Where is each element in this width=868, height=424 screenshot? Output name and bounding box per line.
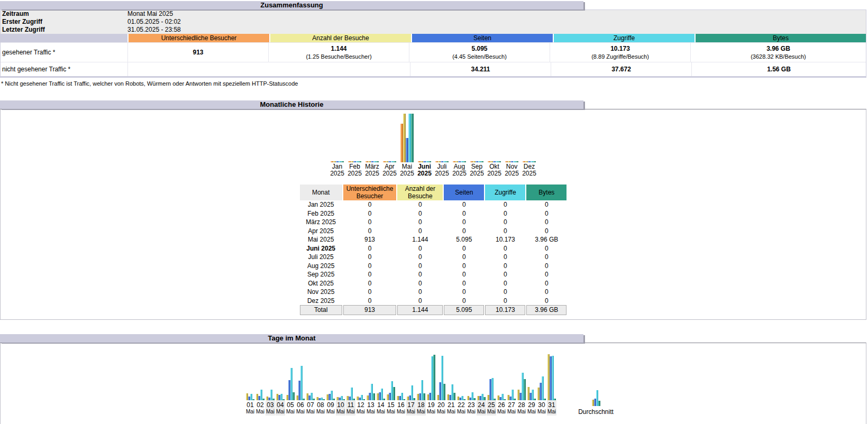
unseen-value-bytes: 1.56 GB (691, 62, 866, 76)
monthly-total-label: Total (300, 305, 342, 315)
seen-value-pages: 5.095(4.45 Seiten/Besuch) (409, 43, 550, 62)
monthly-row-value: 10.173 (485, 235, 525, 244)
day-month-label: Mai (456, 409, 466, 416)
day-month-label: Mai (386, 409, 396, 416)
day-number-label: 12 (357, 401, 364, 409)
day-number-label: 05 (286, 401, 294, 409)
monthly-row-value: 0 (485, 227, 525, 236)
day-slot: 18Mai (416, 352, 426, 416)
day-label-cell: 17Mai (406, 400, 416, 416)
day-number-label: 28 (517, 401, 525, 409)
month-year-label: 2025 (330, 170, 344, 177)
day-bar-group (517, 352, 526, 400)
monthly-row-value: 0 (397, 200, 443, 209)
monthly-row-month: Feb 2025 (300, 209, 342, 218)
monthly-row-value: 0 (526, 227, 567, 236)
day-slot: 06Mai (296, 352, 306, 416)
day-number-label: 31 (547, 401, 555, 409)
month-year-label: 2025 (505, 170, 519, 177)
days-of-month-section: Tage im Monat 01Mai02Mai03Mai04Mai05Mai0… (0, 334, 868, 424)
day-slot: 19Mai (426, 352, 436, 416)
day-label-cell: 07Mai (306, 400, 315, 416)
seen-main-value: 10.173 (550, 45, 690, 53)
monthly-row-value: 0 (343, 297, 397, 306)
day-month-label: Mai (356, 409, 366, 416)
day-month-label: Mai (255, 409, 265, 416)
monthly-row-value: 1.144 (397, 235, 443, 244)
monthly-table-row: Okt 202500000 (300, 279, 567, 288)
month-slot: März2025 (363, 114, 381, 177)
month-slot: Dez2025 (520, 114, 538, 177)
day-label-cell: 18Mai (416, 400, 426, 416)
day-month-label: Mai (487, 409, 496, 416)
month-year-label: 2025 (382, 170, 397, 177)
day-bar-group (537, 352, 546, 400)
day-month-label: Mai (326, 409, 335, 416)
monthly-history-section: Monatliche Historie Jan2025Feb2025März20… (0, 100, 868, 320)
monthly-row-month: Nov 2025 (300, 288, 342, 297)
day-slot: 22Mai (456, 352, 467, 416)
month-slot: Sep2025 (468, 114, 486, 177)
monthly-history-section-title: Monatliche Historie (0, 100, 583, 109)
day-slot: 17Mai (406, 352, 416, 416)
day-bar-group (377, 352, 385, 400)
month-slot: Nov2025 (503, 114, 520, 177)
summary-header-pages: Seiten (412, 34, 553, 42)
monthly-row-value: 0 (397, 244, 443, 253)
month-year-label: 2025 (470, 170, 484, 177)
month-label: Okt (489, 163, 499, 170)
monthly-row-value: 0 (444, 288, 484, 297)
footnote-text: * Nicht gesehener Traffic ist Traffic, w… (0, 78, 868, 87)
monthly-row-value: 0 (397, 262, 443, 271)
bar-hits (300, 366, 303, 400)
bar-bytes (393, 387, 395, 400)
monthly-row-month: Apr 2025 (300, 227, 342, 236)
day-month-label: Mai (396, 409, 406, 416)
day-slot: 20Mai (436, 352, 446, 416)
day-number-label: 16 (397, 401, 405, 409)
unseen-traffic-label: nicht gesehener Traffic * (1, 62, 127, 76)
day-number-label: 19 (427, 401, 435, 409)
monthly-total-value: 5.095 (444, 305, 484, 315)
day-label-cell: 06Mai (296, 400, 305, 416)
day-month-label: Mai (286, 409, 295, 416)
summary-section-title: Zusammenfassung (0, 1, 583, 10)
day-bar-group (306, 352, 315, 400)
day-slot: 03Mai (266, 352, 276, 416)
summary-section: Zusammenfassung Zeitraum Monat Mai 2025 … (0, 1, 868, 87)
monthly-row-value: 0 (485, 253, 525, 262)
day-month-label: Mai (316, 409, 325, 416)
seen-value-bytes: 3.96 GB(3628.32 KB/Besuch) (690, 43, 866, 62)
monthly-table-header-visitors: Unterschiedliche Besucher (343, 185, 397, 200)
month-year-label: 2025 (452, 170, 467, 177)
day-number-label: 13 (367, 401, 374, 409)
day-slot: 27Mai (507, 352, 517, 416)
day-month-label: Mai (336, 409, 345, 416)
month-slot: Feb2025 (346, 114, 363, 177)
day-slot: 28Mai (517, 352, 527, 416)
seen-main-value: 3.96 GB (691, 45, 866, 53)
monthly-row-value: 0 (397, 297, 443, 306)
bar-bytes (446, 161, 449, 162)
day-slot: 15Mai (386, 352, 396, 416)
day-number-label: 24 (477, 401, 485, 409)
month-year-label: 2025 (435, 170, 449, 177)
monthly-total-value: 10.173 (485, 305, 525, 315)
summary-title-text: Zusammenfassung (260, 1, 323, 9)
unseen-main-value: 1.56 GB (692, 66, 866, 73)
monthly-row-value: 0 (444, 200, 484, 209)
bar-bytes (428, 161, 431, 162)
day-bar-group (457, 352, 465, 400)
day-label-cell: 20Mai (436, 400, 446, 416)
day-number-label: 08 (316, 401, 324, 409)
monthly-table-header-row: MonatUnterschiedliche BesucherAnzahl der… (300, 185, 567, 200)
summary-header-hits: Zugriffe (554, 34, 695, 42)
month-year-label: 2025 (365, 170, 379, 177)
monthly-history-box: Jan2025Feb2025März2025Apr2025Mai2025Juni… (0, 109, 866, 320)
monthly-row-month: Okt 2025 (300, 279, 342, 288)
month-bar-group (488, 114, 501, 162)
day-label-cell: 30Mai (537, 400, 546, 416)
day-slot: 23Mai (467, 352, 477, 416)
day-number-label: 14 (377, 401, 385, 409)
monthly-row-value: 0 (485, 209, 525, 218)
